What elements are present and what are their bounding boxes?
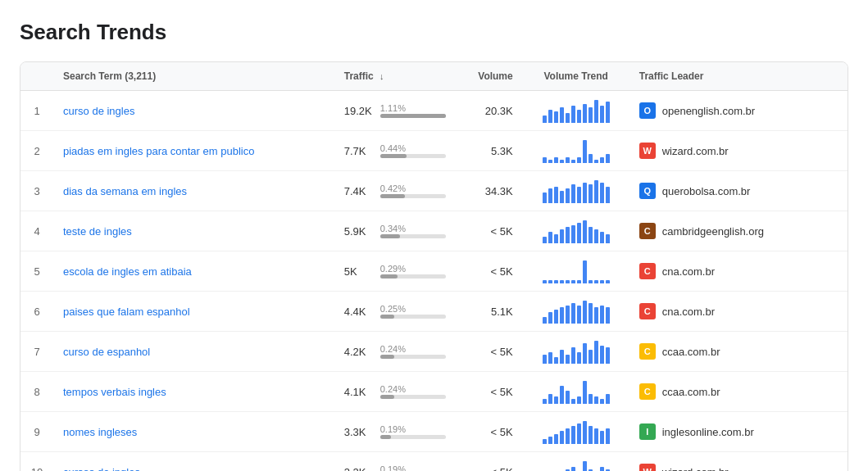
leader-domain[interactable]: cna.com.br [662,306,715,318]
leader-domain[interactable]: wizard.com.br [662,145,729,157]
trend-bar [554,357,558,364]
term-link[interactable]: escola de ingles em atibaia [63,265,192,278]
trend-bar [594,229,598,243]
trend-cell [523,292,629,332]
trend-bar [554,434,558,444]
trend-bar [594,100,598,123]
traffic-cell: 7.4K 0.42% [334,171,466,211]
trend-bar [583,461,587,471]
rank-cell: 9 [20,412,53,452]
traffic-bar-bg [380,274,446,279]
table-row: 3dias da semana em ingles 7.4K 0.42% 34.… [20,171,848,211]
traffic-cell: 3.3K 0.19% [334,412,466,452]
volume-cell: 5.3K [466,131,523,171]
trend-chart [533,339,620,364]
traffic-value: 7.7K [344,145,374,157]
trend-bar [589,394,593,404]
trend-bar [600,232,604,243]
leader-domain[interactable]: cambridgeenglish.org [662,225,764,238]
trend-bar [589,280,593,283]
term-link[interactable]: cursos de ingles [63,466,140,472]
volume-cell: < 5K [466,211,523,251]
trend-bar [566,113,570,123]
trend-bar [554,157,558,163]
term-link[interactable]: tempos verbais ingles [63,386,166,398]
traffic-value: 19.2K [344,105,374,117]
term-link[interactable]: curso de espanhol [63,346,150,358]
col-traffic-leader[interactable]: Traffic Leader [629,62,848,91]
trend-bar [606,234,610,243]
term-cell: dias da semana em ingles [53,171,334,211]
term-link[interactable]: dias da semana em ingles [63,185,187,197]
trend-bar [554,280,558,283]
leader-domain[interactable]: cna.com.br [662,265,715,278]
trend-bar [583,343,587,364]
traffic-pct: 1.11% [380,103,446,113]
traffic-bar-wrapper: 0.44% [380,143,446,158]
traffic-cell: 19.2K 1.11% [334,91,466,131]
volume-cell: < 5K [466,452,523,472]
rank-cell: 8 [20,372,53,412]
trend-bar [548,312,552,324]
trend-bar [571,399,575,404]
trend-bar [560,160,564,163]
traffic-value: 4.1K [344,386,374,398]
table-row: 8tempos verbais ingles 4.1K 0.24% < 5KCc… [20,372,848,412]
term-cell: nomes ingleses [53,412,334,452]
traffic-cell: 4.4K 0.25% [334,292,466,332]
term-link[interactable]: piadas em ingles para contar em publico [63,145,254,157]
rank-cell: 3 [20,171,53,211]
trend-bar [548,110,552,123]
trend-bar [560,280,564,283]
traffic-value: 3.3K [344,426,374,438]
trend-bar [589,107,593,123]
traffic-bar-bg [380,395,446,399]
col-volume[interactable]: Volume [466,62,523,91]
trend-bar [571,303,575,324]
trend-bar [548,394,552,404]
term-link[interactable]: teste de ingles [63,225,132,238]
leader-domain[interactable]: ccaa.com.br [662,346,720,358]
traffic-cell: 5K 0.29% [334,251,466,292]
trend-bar [606,307,610,324]
table-row: 7curso de espanhol 4.2K 0.24% < 5KCccaa.… [20,332,848,372]
trend-cell [523,372,629,412]
traffic-bar-fill [380,234,400,238]
trend-bar [560,307,564,324]
trend-bar [589,303,593,324]
traffic-pct: 0.19% [380,464,446,471]
term-link[interactable]: nomes ingleses [63,426,137,438]
trend-bar [577,110,581,123]
trend-cell [523,452,629,472]
term-link[interactable]: curso de ingles [63,105,134,117]
trend-bar [606,347,610,364]
col-volume-trend[interactable]: Volume Trend [523,62,629,91]
traffic-pct: 0.29% [380,264,446,274]
leader-domain[interactable]: querobolsa.com.br [662,185,751,197]
col-search-term[interactable]: Search Term (3,211) [53,62,334,91]
trend-chart [533,219,620,243]
traffic-pct: 0.25% [380,304,446,314]
leader-cell: Oopenenglish.com.br [629,91,848,131]
traffic-bar-fill [380,355,394,359]
leader-domain[interactable]: openenglish.com.br [662,105,755,117]
leader-domain[interactable]: ccaa.com.br [662,386,720,398]
trend-chart [533,460,620,471]
trend-chart [533,138,620,163]
trend-cell [523,412,629,452]
leader-cell: Ccambridgeenglish.org [629,211,848,251]
trend-bar [583,301,587,324]
trend-bar [543,399,547,404]
leader-domain[interactable]: inglesonline.com.br [662,426,754,438]
col-traffic[interactable]: Traffic ↓ [334,62,466,91]
leader-domain[interactable]: wizard.com.br [662,466,729,472]
table-row: 10cursos de ingles 3.2K 0.19% < 5KWwizar… [20,452,848,472]
trend-bar [548,160,552,163]
term-link[interactable]: paises que falam espanhol [63,306,190,318]
traffic-pct: 0.34% [380,224,446,233]
trend-bar [577,352,581,364]
trend-bar [583,183,587,203]
term-cell: cursos de ingles [53,452,334,472]
trend-bar [594,180,598,203]
table-row: 2piadas em ingles para contar em publico… [20,131,848,171]
